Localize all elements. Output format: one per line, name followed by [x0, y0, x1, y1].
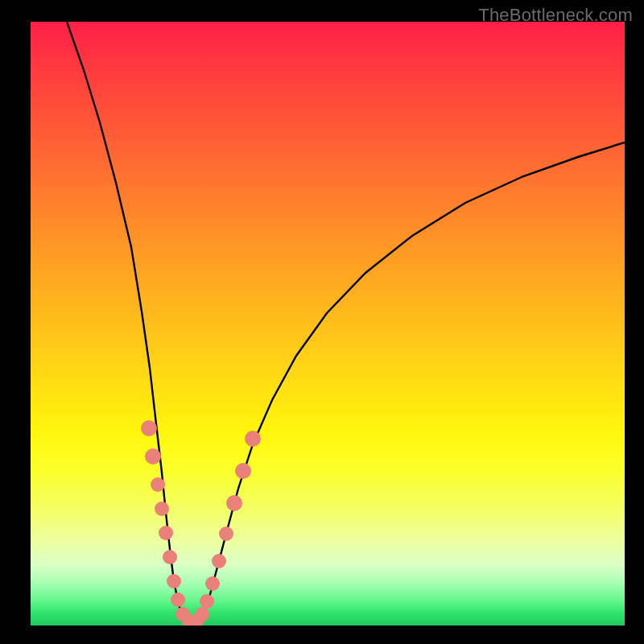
- dot-right-3: [205, 576, 220, 591]
- dot-left-5: [159, 526, 173, 540]
- curve-svg: [31, 22, 625, 625]
- highlight-dots: [141, 420, 261, 625]
- dot-left-3: [151, 477, 165, 492]
- dot-left-2: [145, 448, 161, 464]
- dot-left-7: [167, 574, 181, 588]
- dot-left-8: [171, 592, 185, 607]
- plot-area: [31, 22, 625, 625]
- dot-right-4: [212, 554, 226, 568]
- dot-right-7: [235, 463, 251, 479]
- dot-left-4: [155, 502, 169, 516]
- dot-left-6: [163, 550, 177, 564]
- chart-frame: TheBottleneck.com: [0, 0, 644, 644]
- dot-right-8: [245, 431, 261, 447]
- dot-right-5: [219, 526, 233, 541]
- dot-left-1: [141, 420, 157, 436]
- dot-right-2: [200, 594, 214, 609]
- dot-right-6: [226, 495, 242, 511]
- dot-right-1: [195, 607, 209, 621]
- bottleneck-curve: [67, 22, 625, 622]
